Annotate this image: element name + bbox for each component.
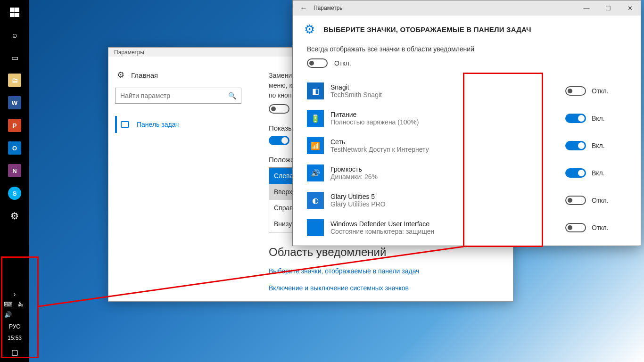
taskbar-app-powerpoint[interactable]: P: [1, 114, 28, 137]
tray-item-row: ◐Glary Utilities 5Glary Utilities PROОтк…: [307, 187, 627, 214]
tray-overflow-button[interactable]: ›: [1, 288, 28, 300]
search-placeholder: Найти параметр: [120, 92, 170, 99]
tray-item-text: SnagitTechSmith Snagit: [330, 83, 559, 99]
tray-item-title: Сеть: [330, 138, 559, 146]
taskbar-app-outlook[interactable]: O: [1, 137, 28, 159]
wifi-icon: 📶: [307, 137, 324, 154]
tray-item-row: 🔊ГромкостьДинамики: 26%Вкл.: [307, 159, 627, 187]
tray-item-toggle[interactable]: [565, 196, 586, 205]
bg-sidebar: ⚙ Главная Найти параметр 🔍 Панель задач: [108, 57, 250, 301]
notification-area-heading: Область уведомлений: [269, 246, 504, 259]
taskbar-app-explorer[interactable]: 🗂: [1, 69, 28, 91]
tray-item-toggle-state: Откл.: [592, 224, 609, 231]
taskbar-app-settings[interactable]: ⚙: [1, 205, 28, 227]
onenote-icon: N: [8, 164, 21, 177]
tray-icons: ⌨ 🖧 🔊: [4, 300, 25, 319]
bg-window-title: Параметры: [114, 49, 144, 56]
link-system-icons[interactable]: Включение и выключение системных значков: [269, 284, 504, 292]
outlook-icon: O: [8, 141, 21, 155]
fg-window-title: Параметры: [314, 5, 576, 11]
language-indicator[interactable]: РУС: [9, 323, 20, 330]
tray-item-toggle-state: Откл.: [592, 197, 609, 204]
nav-home[interactable]: ⚙ Главная: [115, 68, 241, 88]
tray-item-toggle-col: Откл.: [565, 86, 627, 96]
action-center-button[interactable]: ▢: [1, 345, 28, 359]
tray-item-subtitle: Glary Utilities PRO: [330, 200, 559, 208]
powerpoint-icon: P: [8, 119, 21, 132]
tray-item-subtitle: Динамики: 26%: [330, 173, 559, 181]
taskbar-nav-icon: [121, 121, 129, 128]
explorer-icon: 🗂: [8, 74, 21, 87]
tray-item-text: ПитаниеПолностью заряжена (100%): [330, 111, 559, 126]
search-icon: ⌕: [12, 30, 17, 40]
tray-item-toggle[interactable]: [565, 141, 586, 150]
windows-logo-icon: [10, 8, 19, 17]
always-show-toggle[interactable]: [307, 58, 328, 68]
taskbar-app-skype[interactable]: S: [1, 182, 28, 205]
always-show-label: Всегда отображать все значки в области у…: [307, 45, 627, 53]
minimize-button[interactable]: —: [576, 0, 597, 16]
always-show-state: Откл.: [334, 59, 351, 67]
tray-item-toggle-col: Вкл.: [565, 141, 627, 150]
tray-item-toggle[interactable]: [565, 168, 586, 178]
task-view-button[interactable]: ▭: [1, 46, 28, 69]
taskbar-top: ⌕ ▭ 🗂 W P O N S ⚙: [1, 0, 28, 227]
tray-item-toggle-state: Откл.: [592, 87, 609, 95]
tray-item-row: 🔋ПитаниеПолностью заряжена (100%)Вкл.: [307, 105, 627, 132]
tray-item-toggle-state: Вкл.: [592, 115, 605, 122]
tray-item-toggle-state: Вкл.: [592, 142, 605, 149]
tray-item-row: ◧SnagitTechSmith SnagitОткл.: [307, 77, 627, 105]
tray-item-title: Snagit: [330, 83, 559, 91]
tray-item-text: Windows Defender User InterfaceСостояние…: [330, 220, 559, 235]
tray-item-title: Windows Defender User Interface: [330, 220, 559, 228]
fg-titlebar[interactable]: ← Параметры — ☐ ✕: [293, 0, 641, 16]
gear-icon: ⚙: [304, 22, 315, 37]
nav-taskbar-label: Панель задач: [137, 121, 179, 128]
tray-network-icon[interactable]: 🖧: [16, 300, 25, 308]
back-button[interactable]: ←: [297, 0, 311, 16]
tray-item-subtitle: TestNetwork Доступ к Интернету: [330, 146, 559, 153]
taskbar-app-onenote[interactable]: N: [1, 159, 28, 182]
tray-item-row: 📶СетьTestNetwork Доступ к ИнтернетуВкл.: [307, 132, 627, 159]
tray-item-toggle[interactable]: [565, 114, 586, 123]
system-tray: › ⌨ 🖧 🔊 РУС 15:53 ▢: [0, 288, 29, 362]
nav-taskbar[interactable]: Панель задач: [115, 116, 241, 133]
settings-window-select-icons: ← Параметры — ☐ ✕ ⚙ ВЫБЕРИТЕ ЗНАЧКИ, ОТО…: [292, 0, 641, 246]
fg-content: Всегда отображать все значки в области у…: [293, 45, 641, 246]
tray-item-toggle-col: Вкл.: [565, 114, 627, 123]
tray-item-toggle[interactable]: [565, 223, 586, 232]
tray-volume-icon[interactable]: 🔊: [4, 310, 12, 319]
search-icon: 🔍: [228, 92, 236, 99]
toggle-show[interactable]: [269, 136, 289, 145]
tray-icons-list: ◧SnagitTechSmith SnagitОткл.🔋ПитаниеПолн…: [307, 77, 627, 241]
nav-home-label: Главная: [131, 71, 158, 79]
tray-item-text: СетьTestNetwork Доступ к Интернету: [330, 138, 559, 153]
tray-item-title: Питание: [330, 111, 559, 118]
tray-item-text: Glary Utilities 5Glary Utilities PRO: [330, 193, 559, 208]
fg-heading: ВЫБЕРИТЕ ЗНАЧКИ, ОТОБРАЖАЕМЫЕ В ПАНЕЛИ З…: [323, 25, 531, 33]
link-select-icons[interactable]: Выберите значки, отображаемые в панели з…: [269, 267, 504, 275]
tray-item-toggle[interactable]: [565, 86, 586, 96]
skype-icon: S: [8, 187, 21, 200]
start-button[interactable]: [1, 1, 28, 24]
window-buttons: — ☐ ✕: [576, 0, 641, 16]
clock[interactable]: 15:53: [8, 335, 22, 341]
tray-item-toggle-col: Откл.: [565, 223, 627, 232]
glary-icon: ◐: [307, 192, 324, 209]
search-button[interactable]: ⌕: [1, 24, 28, 46]
taskbar: ⌕ ▭ 🗂 W P O N S ⚙ › ⌨ 🖧 🔊: [0, 0, 29, 362]
tray-item-row: Windows Defender User InterfaceСостояние…: [307, 214, 627, 241]
close-button[interactable]: ✕: [619, 0, 641, 16]
toggle-menu-replace[interactable]: [269, 104, 289, 114]
word-icon: W: [8, 96, 21, 109]
fg-header: ⚙ ВЫБЕРИТЕ ЗНАЧКИ, ОТОБРАЖАЕМЫЕ В ПАНЕЛИ…: [293, 16, 641, 45]
search-input[interactable]: Найти параметр 🔍: [115, 88, 241, 104]
volume-icon: 🔊: [307, 165, 324, 181]
gear-icon: ⚙: [117, 70, 124, 80]
taskbar-app-word[interactable]: W: [1, 91, 28, 114]
maximize-button[interactable]: ☐: [597, 0, 619, 16]
tray-item-title: Glary Utilities 5: [330, 193, 559, 200]
tray-blank-icon: [16, 310, 25, 319]
tray-keyboard-icon[interactable]: ⌨: [4, 300, 12, 308]
notification-icon: ▢: [11, 348, 18, 357]
